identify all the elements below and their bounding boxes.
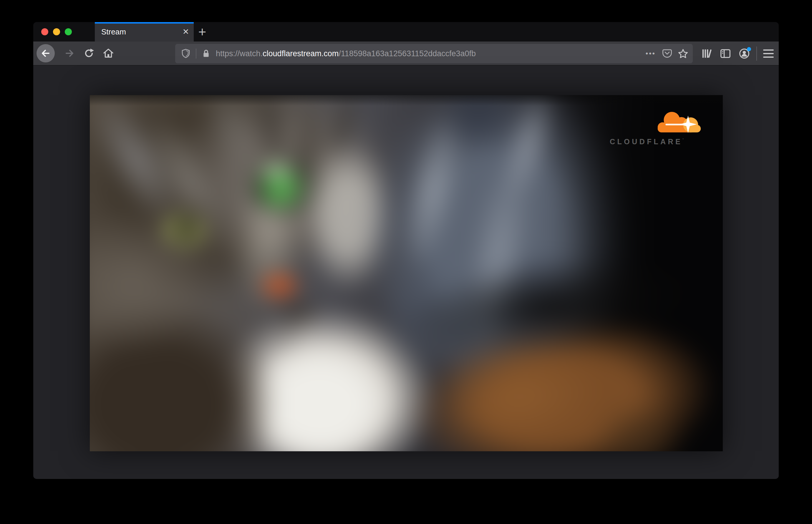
lock-icon[interactable] (200, 48, 212, 59)
bookmark-star-icon[interactable] (676, 47, 690, 60)
cloudflare-wordmark: CLOUDFLARE’ (610, 137, 684, 146)
page-content: CLOUDFLARE’ (33, 66, 779, 478)
window-close-button[interactable] (41, 28, 48, 35)
sidebar-icon[interactable] (718, 46, 733, 61)
traffic-lights (41, 28, 72, 35)
url-text: https://watch.cloudflarestream.com/11859… (216, 49, 643, 58)
tab-stream[interactable]: Stream ✕ (95, 22, 194, 42)
back-arrow-icon (39, 47, 52, 60)
url-path: /118598a163a125631152ddaccfe3a0fb (339, 49, 476, 58)
account-icon[interactable] (737, 46, 752, 61)
toolbar-right-icons (695, 42, 776, 66)
tracking-protection-shield-icon[interactable] (180, 48, 192, 60)
cloudflare-trademark: ’ (682, 137, 684, 142)
tab-bar: Stream ✕ + (33, 22, 779, 42)
window-zoom-button[interactable] (65, 28, 72, 35)
pocket-icon[interactable] (660, 47, 674, 60)
new-tab-button[interactable]: + (194, 23, 211, 40)
toolbar-separator (756, 47, 757, 61)
urlbar-actions: ••• (643, 47, 690, 60)
url-bar[interactable]: https://watch.cloudflarestream.com/11859… (175, 44, 693, 63)
home-button[interactable] (102, 47, 115, 60)
home-icon (102, 47, 115, 60)
menu-icon[interactable] (761, 46, 776, 61)
tab-active-indicator (95, 22, 194, 23)
cloudflare-name: CLOUDFLARE (610, 137, 682, 146)
account-notification-badge (747, 47, 751, 51)
tab-title: Stream (101, 27, 179, 36)
url-domain: cloudflarestream.com (263, 49, 339, 58)
cloudflare-cloud-icon (654, 107, 704, 134)
library-icon[interactable] (699, 46, 714, 61)
url-scheme-subdomain: https://watch. (216, 49, 263, 58)
cloudflare-logo: CLOUDFLARE’ (608, 107, 705, 147)
reload-button[interactable] (82, 47, 95, 60)
back-button[interactable] (36, 44, 55, 62)
browser-window: Stream ✕ + (33, 22, 779, 479)
window-minimize-button[interactable] (53, 28, 60, 35)
forward-button[interactable] (63, 47, 76, 60)
forward-arrow-icon (63, 47, 76, 60)
navigation-toolbar: https://watch.cloudflarestream.com/11859… (33, 42, 779, 66)
urlbar-separator (196, 49, 196, 59)
reload-icon (82, 47, 95, 60)
video-player[interactable]: CLOUDFLARE’ (90, 95, 723, 451)
page-actions-icon[interactable]: ••• (643, 49, 658, 58)
video-edge-shade (90, 95, 723, 451)
tab-close-icon[interactable]: ✕ (179, 25, 193, 38)
